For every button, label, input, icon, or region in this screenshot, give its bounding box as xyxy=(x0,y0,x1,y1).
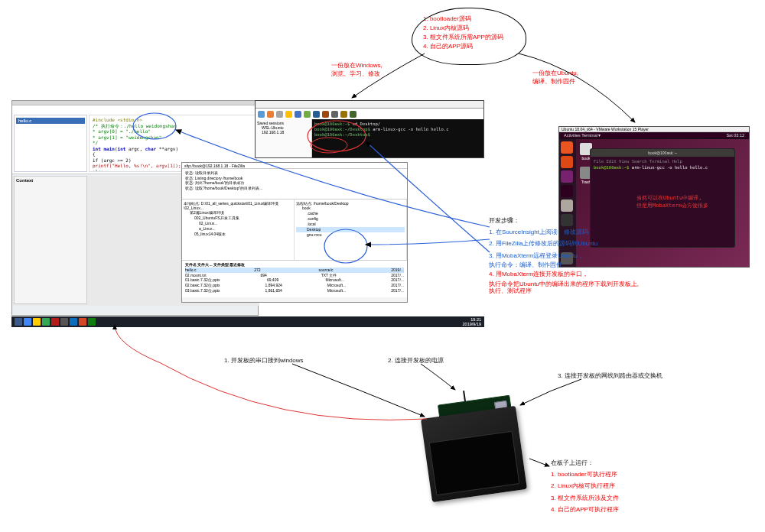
fz-log-panel[interactable]: 状态: 读取目录列表 状态: Listing directory /home/b… xyxy=(182,169,407,200)
filezilla-icon[interactable] xyxy=(51,318,59,326)
word-icon[interactable] xyxy=(70,318,77,326)
hw-ethernet-label: 3. 连接开发板的网线到路由器或交换机 xyxy=(558,371,662,380)
run-2: 2. Linux内核可执行程序 xyxy=(551,480,619,491)
step-1: 1. 在SourceInsight上阅读、修改源码 xyxy=(489,226,639,238)
split-icon[interactable] xyxy=(304,111,311,118)
vmware-titlebar: Ubuntu 18.04_x64 - VMware Workstation 15… xyxy=(559,127,749,132)
packages-icon[interactable] xyxy=(331,111,338,118)
fz-local-pane[interactable]: 本地站点: D:\01_all_series_quickstart\01_Lin… xyxy=(182,200,295,260)
gnome-term-title: book@100ask: ~ xyxy=(591,149,734,157)
dev-steps: 开发步骤： 1. 在SourceInsight上阅读、修改源码 2. 用File… xyxy=(489,215,639,295)
firefox-icon[interactable] xyxy=(561,156,573,168)
list-item[interactable]: hello.c272source/c2019/... xyxy=(185,268,404,273)
list-item[interactable]: 02.mount.txt694TXT 文件2017/... xyxy=(185,273,404,278)
step-3a: 3. 用MobaXterm远程登录Ubuntu， xyxy=(489,250,639,261)
browser-icon[interactable] xyxy=(24,318,31,326)
mobaxterm-icon[interactable] xyxy=(60,318,68,326)
windows-taskbar[interactable]: 19:21 2019/9/19 xyxy=(11,316,484,327)
hw-serial-label: 1. 开发板的串口接到windows xyxy=(224,356,304,365)
run-1: 1. bootloader可执行程序 xyxy=(551,469,619,480)
folder-icon[interactable] xyxy=(33,318,41,326)
help-icon[interactable] xyxy=(350,111,356,118)
step-4c: 执行、测试程序 xyxy=(489,287,639,295)
moba-toolbar[interactable] xyxy=(256,109,483,119)
si-project-panel[interactable]: hello.c xyxy=(14,115,87,172)
view-icon[interactable] xyxy=(295,111,301,118)
amazon-icon[interactable] xyxy=(561,200,573,212)
settings-icon[interactable] xyxy=(340,111,347,118)
help-icon[interactable] xyxy=(561,185,573,197)
hw-power-label: 2. 连接开发板的电源 xyxy=(388,356,444,365)
ubuntu-annotation: 当然可以在Ubuntu中编译, 但是用MobaXterm会方便很多 xyxy=(636,195,708,210)
run-on-board: 在板子上运行： 1. bootloader可执行程序 2. Linux内核可执行… xyxy=(551,457,619,515)
si-open-file[interactable]: hello.c xyxy=(16,118,85,124)
fz-titlebar: sftp://book@192.168.1.18 - FileZilla xyxy=(182,163,407,169)
windows-copy-label: 一份放在Windows, 浏览、学习、修改 xyxy=(331,61,382,78)
filezilla-window[interactable]: sftp://book@192.168.1.18 - FileZilla 状态:… xyxy=(181,162,408,303)
fz-remote-pane[interactable]: 远程站点: /home/book/Desktop book .cache .co… xyxy=(295,200,407,260)
excel-icon[interactable] xyxy=(88,318,96,326)
start-icon[interactable] xyxy=(15,318,22,326)
fz-file-list[interactable]: 文件名 文件大... 文件类型 最近修改 hello.c272source/c2… xyxy=(182,261,407,297)
list-item[interactable]: 02.basic.7.32位.pptx1,894,924Microsoft...… xyxy=(185,283,404,288)
steps-title: 开发步骤： xyxy=(489,215,639,226)
cloud-line-3: 3. 根文件系统所需APP的源码 xyxy=(423,33,515,42)
taskbar-clock[interactable]: 19:21 2019/9/19 xyxy=(463,317,481,326)
step-2: 2. 用FileZilla上传修改后的源码到Ubuntu xyxy=(489,238,639,249)
games-icon[interactable] xyxy=(285,111,292,118)
moba-titlebar xyxy=(256,101,483,109)
ubuntu-copy-label: 一份放在Ubuntu, 编译、制作固件 xyxy=(532,69,578,86)
ppt-icon[interactable] xyxy=(79,318,86,326)
software-icon[interactable] xyxy=(561,170,573,183)
gnome-topbar[interactable]: Activities Terminal ▾ Sat 03:12 xyxy=(559,132,749,139)
step-3b: 执行命令：编译、制作固件 xyxy=(489,261,639,269)
source-cloud: 1. bootloader源码 2. Linux内核源码 3. 根文件系统所需A… xyxy=(412,8,526,65)
si-context-panel[interactable]: Context xyxy=(14,176,87,304)
moba-terminal[interactable]: book@100ask:~$ cd Desktop/ book@100ask:~… xyxy=(312,119,483,157)
run-title: 在板子上运行： xyxy=(551,457,619,469)
cloud-line-4: 4. 自己的APP源码 xyxy=(423,42,515,51)
wechat-icon[interactable] xyxy=(42,318,50,326)
step-4a: 4. 用MobaXterm连接开发板的串口， xyxy=(489,268,639,280)
gnome-term-body[interactable]: File Edit View Search Terminal Help book… xyxy=(591,157,734,173)
run-3: 3. 根文件系统所涉及文件 xyxy=(551,492,619,504)
tools-icon[interactable] xyxy=(276,111,283,118)
multiexec-icon[interactable] xyxy=(313,111,320,118)
list-item[interactable]: 01.basic.7.32位.pptx69,409Microsoft...201… xyxy=(185,277,404,283)
session-icon[interactable] xyxy=(258,111,265,118)
dev-board xyxy=(418,389,529,504)
list-item[interactable]: 03.basic.7.32位.pptx1,861,654Microsoft...… xyxy=(185,288,404,294)
run-4: 4. 自己的APP可执行程序 xyxy=(551,504,619,515)
tunnel-icon[interactable] xyxy=(322,111,329,118)
files-icon[interactable] xyxy=(561,141,573,154)
cloud-line-1: 1. bootloader源码 xyxy=(423,15,515,24)
moba-session-panel[interactable]: Saved sessions WSL-Ubuntu 192.168.1.18 xyxy=(256,119,312,157)
cloud-line-2: 2. Linux内核源码 xyxy=(423,24,515,33)
mobaxterm-window[interactable]: Saved sessions WSL-Ubuntu 192.168.1.18 b… xyxy=(255,100,484,158)
step-4b: 执行命令把Ubuntu中的编译出来的程序下载到开发板上, xyxy=(489,281,639,288)
servers-icon[interactable] xyxy=(267,111,274,118)
